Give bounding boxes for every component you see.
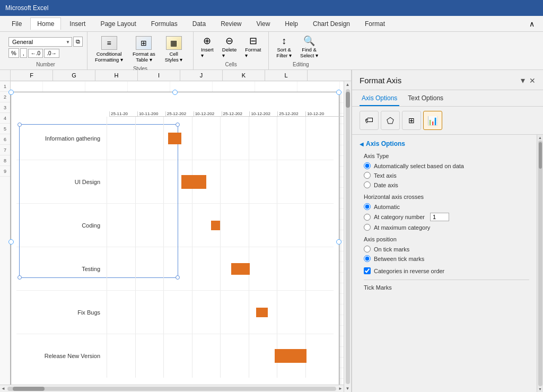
radio-auto[interactable]: [364, 162, 371, 169]
decrease-decimal-button[interactable]: ←.0: [28, 49, 43, 58]
tab-file[interactable]: File: [5, 18, 28, 30]
tab-chart-design[interactable]: Chart Design: [306, 18, 356, 30]
number-format-select[interactable]: General: [8, 37, 72, 47]
sort-filter-button[interactable]: ↕ Sort &Filter ▾: [273, 34, 295, 60]
task-label-3: Testing: [16, 266, 107, 272]
icon-axis-options-button[interactable]: 📊: [423, 111, 442, 130]
handle-right[interactable]: [336, 239, 341, 245]
tab-view[interactable]: View: [250, 18, 277, 30]
conditional-formatting-button[interactable]: ≡ ConditionalFormatting ▾: [92, 34, 126, 65]
bar-area-3: [107, 247, 334, 290]
radio-auto-label[interactable]: Automatically select based on data: [364, 162, 529, 169]
column-headers: F G H I J K L: [0, 70, 351, 81]
tab-page-layout[interactable]: Page Layout: [94, 18, 142, 30]
tab-text-options[interactable]: Text Options: [406, 90, 445, 106]
scroll-down-button[interactable]: ▼: [345, 385, 351, 392]
hscroll-thumb[interactable]: [13, 387, 45, 391]
spreadsheet-vscrollbar[interactable]: ▲ ▼: [344, 81, 351, 392]
spreadsheet-hscrollbar[interactable]: ◄ ►: [0, 385, 344, 392]
panel-title: Format Axis: [360, 76, 401, 85]
gantt-row-5: Release New Version: [16, 334, 334, 378]
section-header-axis-options[interactable]: ◀ Axis Options: [360, 140, 529, 147]
axis-type-label: Axis Type: [364, 153, 529, 159]
row-numbers: 1 2 3 4 5 6 7 8 9: [0, 81, 11, 392]
panel-scroll-down-button[interactable]: ▼: [538, 387, 542, 391]
date-axis: 25-11-20 10-11-200 25-12-202 10-12-202 2…: [109, 98, 334, 116]
cross-max-cat-radio[interactable]: [364, 224, 371, 231]
position-between-tick-text: Between tick marks: [374, 256, 424, 262]
find-select-button[interactable]: 🔍 Find &Select ▾: [297, 34, 321, 60]
category-num-input[interactable]: [430, 213, 449, 221]
cross-max-cat-label[interactable]: At maximum category: [364, 224, 529, 231]
position-between-tick-radio[interactable]: [364, 255, 371, 262]
panel-vscrollbar[interactable]: ▲ ▼: [537, 135, 543, 392]
row-num-8: 8: [0, 155, 10, 166]
number-format-dropdown-wrapper[interactable]: General ▼: [8, 37, 72, 47]
cross-category-num-radio[interactable]: [364, 214, 371, 221]
handle-left[interactable]: [8, 239, 14, 245]
tab-formulas[interactable]: Formulas: [145, 18, 184, 30]
ribbon-tab-row[interactable]: File Home Insert Page Layout Formulas Da…: [0, 16, 543, 32]
tab-insert[interactable]: Insert: [63, 18, 92, 30]
categories-reverse-checkbox[interactable]: [364, 267, 371, 274]
percent-button[interactable]: %: [8, 48, 19, 58]
cross-automatic-radio[interactable]: [364, 203, 371, 210]
col-header-F[interactable]: F: [11, 70, 53, 81]
cell-styles-button[interactable]: ▦ CellStyles ▾: [162, 34, 186, 65]
chart-container[interactable]: 25-11-20 10-11-200 25-12-202 10-12-202 2…: [11, 92, 339, 391]
icon-tag-button[interactable]: 🏷: [360, 111, 379, 130]
format-as-table-button[interactable]: ⊞ Format asTable ▾: [129, 34, 159, 65]
tab-axis-options[interactable]: Axis Options: [360, 90, 399, 106]
scroll-right-button[interactable]: ►: [337, 385, 344, 392]
panel-dropdown-arrow[interactable]: ▾: [521, 75, 525, 85]
tab-format[interactable]: Format: [358, 18, 391, 30]
panel-scroll-track[interactable]: [538, 141, 542, 386]
gantt-row-3: Testing: [16, 247, 334, 291]
handle-top-right[interactable]: [336, 90, 341, 95]
format-cells-button[interactable]: ⊟ Format▾: [242, 34, 264, 60]
categories-reverse-label[interactable]: Categories in reverse order: [364, 267, 529, 274]
tick-marks-header[interactable]: Tick Marks: [364, 280, 529, 291]
icon-effects-button[interactable]: ⬠: [381, 111, 400, 130]
radio-date-label[interactable]: Date axis: [364, 181, 529, 188]
tab-home[interactable]: Home: [30, 18, 61, 30]
panel-scroll-up-button[interactable]: ▲: [538, 136, 542, 140]
collapse-ribbon-button[interactable]: ∧: [526, 19, 538, 29]
panel-scroll-thumb[interactable]: [539, 142, 542, 169]
handle-top-left[interactable]: [8, 90, 14, 95]
format-axis-panel: Format Axis ▾ ✕ Axis Options Text Option…: [351, 70, 543, 392]
cross-category-num-label[interactable]: At category number: [364, 213, 529, 221]
col-header-K[interactable]: K: [223, 70, 265, 81]
panel-close-button[interactable]: ✕: [529, 76, 536, 85]
cross-automatic-label[interactable]: Automatic: [364, 203, 529, 210]
scroll-track[interactable]: [346, 89, 350, 384]
delete-button[interactable]: ⊖ Delete▾: [219, 34, 240, 60]
radio-date[interactable]: [364, 181, 371, 188]
expand-number-button[interactable]: ⧉: [73, 37, 83, 47]
hscroll-track[interactable]: [7, 387, 336, 391]
panel-tabs: Axis Options Text Options: [352, 90, 543, 107]
icon-size-button[interactable]: ⊞: [402, 111, 421, 130]
col-header-G[interactable]: G: [53, 70, 95, 81]
scroll-thumb[interactable]: [346, 92, 350, 108]
scroll-left-button[interactable]: ◄: [0, 385, 6, 392]
tab-review[interactable]: Review: [214, 18, 248, 30]
scroll-up-button[interactable]: ▲: [345, 81, 351, 88]
radio-text[interactable]: [364, 172, 371, 179]
position-on-tick-label[interactable]: On tick marks: [364, 246, 529, 252]
tab-help[interactable]: Help: [278, 18, 304, 30]
col-header-H[interactable]: H: [95, 70, 138, 81]
increase-decimal-button[interactable]: .0→: [44, 49, 59, 58]
col-header-L[interactable]: L: [265, 70, 308, 81]
position-between-tick-label[interactable]: Between tick marks: [364, 255, 529, 262]
handle-top[interactable]: [172, 90, 178, 95]
tab-data[interactable]: Data: [186, 18, 212, 30]
insert-button[interactable]: ⊕ Insert▾: [198, 34, 217, 60]
bar-area-5: [107, 334, 334, 378]
col-header-I[interactable]: I: [138, 70, 180, 81]
position-on-tick-radio[interactable]: [364, 246, 371, 252]
radio-text-label[interactable]: Text axis: [364, 172, 529, 179]
bar-area-0: [107, 117, 334, 160]
comma-button[interactable]: ,: [20, 48, 27, 58]
col-header-J[interactable]: J: [180, 70, 223, 81]
